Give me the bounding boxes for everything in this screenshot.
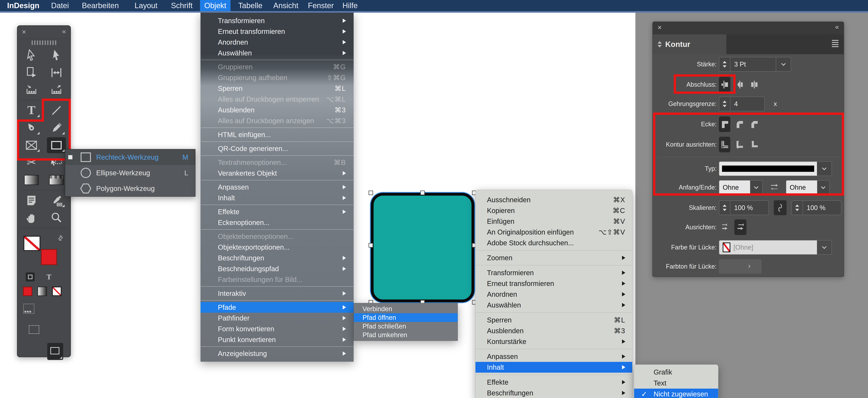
- rectangle-tool[interactable]: [47, 137, 66, 153]
- gradient-feather-tool[interactable]: [47, 172, 66, 188]
- panel-menu-icon[interactable]: [832, 40, 838, 47]
- flyout-item-polygon-werkzeug[interactable]: Polygon-Werkzeug: [65, 181, 195, 196]
- link-scale-icon[interactable]: [774, 200, 786, 215]
- stroke-color-indicator[interactable]: [41, 249, 57, 265]
- align-arrowheads-outside-button[interactable]: [734, 220, 746, 235]
- miter-value[interactable]: 4: [730, 97, 764, 111]
- tab-kontur[interactable]: Kontur: [653, 34, 726, 54]
- menubar-item-hilfe[interactable]: Hilfe: [338, 0, 363, 11]
- round-join-button[interactable]: [734, 116, 745, 132]
- objekt-menu-item-textrahmenoptionen[interactable]: Textrahmenoptionen...⌘B: [200, 157, 353, 168]
- pfade-submenu-item-pfad-schließen[interactable]: Pfad schließen: [354, 322, 458, 331]
- note-tool[interactable]: [22, 193, 41, 208]
- objekt-menu-item-html-einfügen[interactable]: HTML einfügen...: [200, 129, 353, 140]
- menubar-item-bearbeiten[interactable]: Bearbeiten: [74, 0, 126, 11]
- gap-color-dropdown-icon[interactable]: [817, 240, 832, 254]
- cc-libraries-icon[interactable]: [23, 304, 34, 314]
- miter-stepper[interactable]: 4: [719, 96, 765, 111]
- start-dropdown[interactable]: Ohne: [719, 180, 763, 195]
- context-menu-item-inhalt[interactable]: Inhalt: [475, 362, 632, 373]
- objekt-menu-item-ausblenden[interactable]: Ausblenden⌘3: [200, 105, 353, 115]
- formatting-affects-container-icon[interactable]: [26, 273, 35, 281]
- end-dropdown-icon[interactable]: [817, 180, 829, 194]
- direct-selection-tool[interactable]: [47, 47, 66, 63]
- type-tool[interactable]: T: [22, 103, 41, 118]
- objekt-menu-item-effekte[interactable]: Effekte: [200, 206, 353, 217]
- close-icon[interactable]: ×: [658, 24, 661, 31]
- align-stroke-center-button[interactable]: [719, 137, 730, 152]
- swap-start-end-icon[interactable]: [770, 183, 779, 192]
- objekt-menu-item-anzeigeleistung[interactable]: Anzeigeleistung: [200, 348, 353, 359]
- start-dropdown-icon[interactable]: [750, 180, 762, 194]
- swap-fill-stroke-icon[interactable]: ⇄: [56, 233, 65, 243]
- context-menu-item-konturstärke[interactable]: Konturstärke: [475, 336, 632, 347]
- objekt-menu-item-alles-auf-druckbogen-anzeigen[interactable]: Alles auf Druckbogen anzeigen⌥⌘3: [200, 115, 353, 126]
- menubar-item-indesign[interactable]: InDesign: [3, 0, 43, 11]
- context-menu-item-anordnen[interactable]: Anordnen: [475, 289, 632, 300]
- flyout-item-rechteck-werkzeug[interactable]: Rechteck-WerkzeugM: [65, 149, 195, 165]
- projecting-cap-button[interactable]: [748, 77, 760, 92]
- scissors-tool[interactable]: ✂: [22, 154, 41, 171]
- objekt-menu-item-erneut-transformieren[interactable]: Erneut transformieren: [200, 26, 353, 37]
- scale-end-value[interactable]: 100 %: [803, 201, 841, 215]
- stepper-arrows-icon[interactable]: [792, 201, 803, 215]
- context-menu-item-effekte[interactable]: Effekte: [475, 377, 632, 388]
- align-arrowheads-inside-button[interactable]: [719, 220, 731, 235]
- menubar-item-tabelle[interactable]: Tabelle: [232, 0, 268, 11]
- content-placer-tool[interactable]: [47, 82, 66, 98]
- context-menu-item-kopieren[interactable]: Kopieren⌘C: [475, 205, 632, 216]
- inhalt-submenu-item-grafik[interactable]: Grafik: [634, 367, 718, 378]
- menubar-item-layout[interactable]: Layout: [128, 0, 164, 11]
- apply-color-button[interactable]: [23, 287, 32, 296]
- context-menu-item-an-originalposition-einfügen[interactable]: An Originalposition einfügen⌥⇧⌘V: [475, 227, 632, 237]
- miter-join-button[interactable]: [719, 116, 730, 132]
- objekt-menu-item-objektebenenoptionen[interactable]: Objektebenenoptionen...: [200, 231, 353, 242]
- type-dropdown-icon[interactable]: [817, 162, 832, 176]
- pfade-submenu-item-verbinden[interactable]: Verbinden: [354, 305, 458, 313]
- context-menu-item-beschriftungen[interactable]: Beschriftungen: [475, 388, 632, 398]
- gap-color-dropdown[interactable]: [Ohne]: [719, 240, 832, 255]
- collapse-icon[interactable]: «: [835, 23, 839, 31]
- scale-start-value[interactable]: 100 %: [730, 201, 769, 215]
- content-collector-tool[interactable]: [22, 82, 41, 98]
- objekt-menu-item-interaktiv[interactable]: Interaktiv: [200, 288, 353, 299]
- page-tool[interactable]: [22, 65, 41, 81]
- menubar-item-schrift[interactable]: Schrift: [164, 0, 199, 11]
- context-menu-item-zoomen[interactable]: Zoomen: [475, 252, 632, 263]
- menubar-item-fenster[interactable]: Fenster: [304, 0, 338, 11]
- objekt-menu-item-anpassen[interactable]: Anpassen: [200, 182, 353, 193]
- pencil-tool[interactable]: [47, 120, 66, 136]
- objekt-menu-item-form-konvertieren[interactable]: Form konvertieren: [200, 323, 353, 334]
- selection-tool[interactable]: [22, 47, 41, 63]
- close-icon[interactable]: ×: [22, 28, 26, 36]
- drag-grip-icon[interactable]: [18, 39, 70, 47]
- fill-color-indicator[interactable]: [24, 236, 40, 251]
- objekt-menu-item-alles-auf-druckbogen-entsperren[interactable]: Alles auf Druckbogen entsperren⌥⌘L: [200, 94, 353, 105]
- pfade-submenu-item-pfad-umkehren[interactable]: Pfad umkehren: [354, 331, 458, 339]
- menubar-item-datei[interactable]: Datei: [46, 0, 73, 11]
- context-menu-item-transformieren[interactable]: Transformieren: [475, 267, 632, 278]
- objekt-menu-item-sperren[interactable]: Sperren⌘L: [200, 83, 353, 94]
- align-stroke-inside-button[interactable]: [734, 137, 745, 152]
- eyedropper-tool[interactable]: [47, 193, 66, 208]
- stepper-arrows-icon[interactable]: [719, 97, 730, 111]
- objekt-menu-item-objektexportoptionen[interactable]: Objektexportoptionen...: [200, 242, 353, 253]
- view-options-icon[interactable]: [29, 325, 39, 334]
- bevel-join-button[interactable]: [748, 116, 760, 132]
- objekt-menu-item-beschneidungspfad[interactable]: Beschneidungspfad: [200, 263, 353, 274]
- round-cap-button[interactable]: [734, 77, 745, 92]
- objekt-menu-item-inhalt[interactable]: Inhalt: [200, 193, 353, 203]
- context-menu-item-sperren[interactable]: Sperren⌘L: [475, 315, 632, 325]
- hand-tool[interactable]: [22, 210, 41, 226]
- context-menu-item-ausblenden[interactable]: Ausblenden⌘3: [475, 325, 632, 336]
- menubar-item-ansicht[interactable]: Ansicht: [268, 0, 304, 11]
- formatting-affects-text-icon[interactable]: T: [46, 273, 51, 281]
- end-dropdown[interactable]: Ohne: [786, 180, 830, 195]
- weight-dropdown-icon[interactable]: [776, 57, 791, 71]
- gradient-swatch-tool[interactable]: [22, 172, 41, 188]
- line-tool[interactable]: [47, 103, 66, 118]
- weight-value[interactable]: 3 Pt: [730, 57, 776, 71]
- stepper-arrows-icon[interactable]: [719, 57, 730, 71]
- free-transform-tool[interactable]: [47, 154, 66, 171]
- pen-tool[interactable]: [22, 120, 41, 136]
